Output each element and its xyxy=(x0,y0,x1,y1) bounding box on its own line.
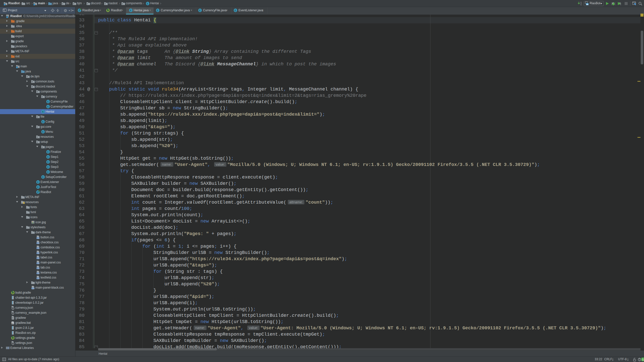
svg-text:C: C xyxy=(37,181,39,184)
svg-text:CSS: CSS xyxy=(36,247,39,249)
svg-text:CSS: CSS xyxy=(36,242,39,244)
svg-text:{}: {} xyxy=(12,307,14,309)
svg-text:C: C xyxy=(47,105,49,108)
svg-text:C: C xyxy=(47,166,49,169)
svg-text:C: C xyxy=(42,110,44,113)
svg-text:C: C xyxy=(42,130,44,133)
svg-text:{}: {} xyxy=(12,312,14,314)
svg-text:C: C xyxy=(47,156,49,159)
svg-text:1: 1 xyxy=(642,358,643,361)
svg-text:C: C xyxy=(47,171,49,174)
svg-text:BAT: BAT xyxy=(11,322,14,324)
svg-text:C: C xyxy=(47,161,49,164)
svg-text:CSS: CSS xyxy=(36,257,39,259)
svg-text:CSS: CSS xyxy=(36,267,39,269)
svg-text:CSS: CSS xyxy=(36,237,39,239)
svg-text:C: C xyxy=(47,151,49,154)
svg-text:CSS: CSS xyxy=(31,288,34,289)
svg-text:C: C xyxy=(42,120,44,123)
svg-text:CSS: CSS xyxy=(36,278,39,279)
svg-text:C: C xyxy=(130,9,132,12)
svg-text:C: C xyxy=(199,9,201,12)
svg-text:01: 01 xyxy=(580,4,582,6)
svg-text:C: C xyxy=(79,9,80,12)
svg-text:CSS: CSS xyxy=(36,273,39,274)
svg-text:C: C xyxy=(235,9,236,12)
svg-text:C: C xyxy=(47,100,49,103)
svg-text:{}: {} xyxy=(12,343,14,345)
svg-text:C: C xyxy=(147,2,149,5)
svg-text:C: C xyxy=(157,9,159,12)
svg-text:C: C xyxy=(37,191,39,194)
svg-text:C: C xyxy=(42,176,44,179)
svg-text:CSS: CSS xyxy=(36,262,39,264)
svg-text:C: C xyxy=(37,186,39,189)
svg-text:CSS: CSS xyxy=(36,252,39,254)
